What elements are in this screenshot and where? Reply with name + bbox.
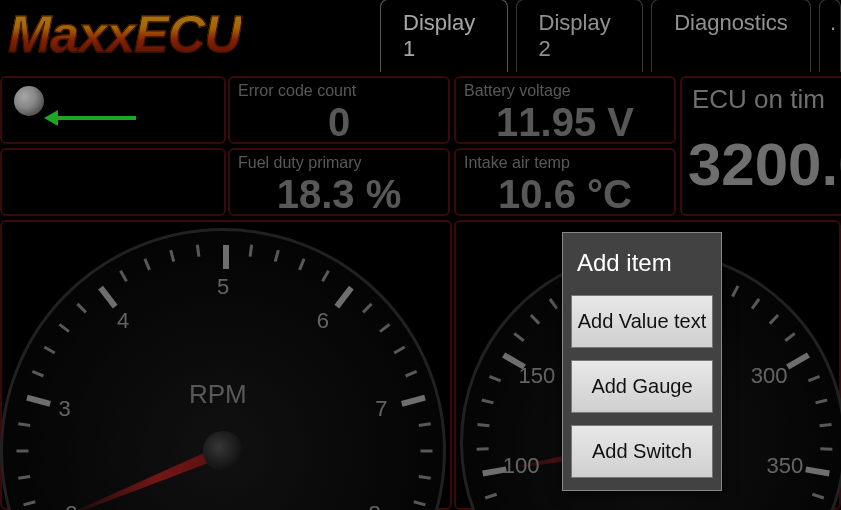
- cell-value: 0: [230, 100, 448, 145]
- cell-error-count[interactable]: Error code count 0: [228, 76, 450, 144]
- button-label: Add Value text: [578, 310, 707, 332]
- gauge-tick-minor: [274, 250, 280, 262]
- gauge-tick-minor: [819, 423, 831, 427]
- gauge-tick-minor: [298, 258, 305, 270]
- cell-label: ECU on tim: [692, 84, 825, 115]
- hint-arrow-icon: [58, 116, 136, 120]
- tab-label: Diagnostics: [674, 10, 788, 35]
- gauge-tick-minor: [413, 500, 425, 506]
- gauge-tick-minor: [477, 423, 489, 427]
- cell-ecu-on-time[interactable]: ECU on tim 3200.0: [680, 76, 841, 216]
- cell-label: Error code count: [238, 82, 356, 100]
- gauge-tick-minor: [32, 370, 44, 377]
- gauge-tick-minor: [76, 303, 87, 314]
- gauge-tick: [401, 395, 426, 407]
- gauge-hub-icon: [203, 431, 243, 471]
- gauge-label: RPM: [189, 379, 247, 410]
- switch-indicator-icon[interactable]: [14, 86, 44, 116]
- gauge-tick-minor: [530, 314, 540, 325]
- gauge-tick-minor: [44, 346, 56, 355]
- gauge-tick-minor: [59, 323, 70, 333]
- gauge-tick-minor: [17, 450, 29, 453]
- tab-label: Display 2: [539, 10, 611, 61]
- cell-value: 18.3 %: [230, 172, 448, 217]
- gauge-tick-minor: [815, 398, 827, 404]
- tab-diagnostics[interactable]: Diagnostics: [651, 0, 811, 72]
- tab-label: Display 1: [403, 10, 475, 61]
- gauge-tick: [26, 395, 51, 407]
- gauge-tick: [786, 352, 810, 369]
- button-label: Add Switch: [592, 440, 692, 462]
- cell-intake-temp[interactable]: Intake air temp 10.6 °C: [454, 148, 676, 216]
- grid-cell[interactable]: [0, 148, 226, 216]
- add-gauge-button[interactable]: Add Gauge: [571, 360, 713, 413]
- tab-display-1[interactable]: Display 1: [380, 0, 508, 72]
- gauge-tick-minor: [769, 314, 779, 325]
- gauge-number: 5: [217, 274, 229, 300]
- gauge-number: 3: [58, 396, 70, 422]
- gauge-tick-minor: [23, 500, 35, 506]
- gauge-tick-minor: [784, 332, 795, 342]
- gauge-tick-minor: [119, 270, 128, 282]
- gauge-tick-minor: [362, 303, 373, 314]
- gauge-tick: [334, 286, 353, 309]
- gauge-tick-minor: [808, 375, 820, 382]
- gauge-tick-minor: [196, 245, 201, 257]
- cell-value: 11.95 V: [456, 100, 674, 145]
- gauge-number: 300: [751, 363, 788, 389]
- gauge-number: 2: [65, 501, 77, 510]
- gauge-tick-minor: [489, 375, 501, 382]
- tab-more-icon: .: [830, 10, 836, 35]
- gauge-tick-minor: [249, 245, 254, 257]
- gauge-tick-minor: [812, 493, 824, 500]
- gauge-tick-minor: [419, 422, 431, 427]
- gauge-tick-minor: [18, 475, 30, 480]
- gauge-tick-minor: [405, 370, 417, 377]
- logo: MaxxECU: [8, 4, 241, 64]
- gauge-tick-minor: [144, 258, 151, 270]
- cell-value: 3200.0: [688, 130, 841, 199]
- gauge-tick-minor: [18, 422, 30, 427]
- gauge-tick-minor: [751, 298, 760, 309]
- gauge-number: 8: [368, 501, 380, 510]
- button-label: Add Gauge: [591, 375, 692, 397]
- cell-label: Fuel duty primary: [238, 154, 362, 172]
- gauge-number: 350: [767, 453, 804, 479]
- gauge-tick: [223, 245, 229, 269]
- gauge-tick-minor: [820, 447, 832, 450]
- add-switch-button[interactable]: Add Switch: [571, 425, 713, 478]
- gauge-tick-minor: [481, 398, 493, 404]
- gauge-tick-minor: [477, 447, 489, 450]
- gauge-tick: [805, 466, 830, 476]
- tab-bar: Display 1 Display 2 Diagnostics .: [380, 0, 841, 72]
- gauge-tick-minor: [485, 493, 497, 500]
- gauge-tick-minor: [421, 450, 433, 453]
- header: MaxxECU Display 1 Display 2 Diagnostics …: [0, 0, 841, 72]
- add-item-dialog: Add item Add Value text Add Gauge Add Sw…: [562, 232, 722, 491]
- cell-battery-voltage[interactable]: Battery voltage 11.95 V: [454, 76, 676, 144]
- gauge-tick-minor: [549, 298, 558, 309]
- cell-value: 10.6 °C: [456, 172, 674, 217]
- gauge-number: 4: [117, 308, 129, 334]
- dialog-title: Add item: [563, 233, 721, 295]
- tab-overflow[interactable]: .: [819, 0, 841, 72]
- gauge-tick-minor: [379, 323, 390, 333]
- cell-label: Battery voltage: [464, 82, 571, 100]
- cell-label: Intake air temp: [464, 154, 570, 172]
- gauge-number: 150: [519, 363, 556, 389]
- cell-fuel-duty[interactable]: Fuel duty primary 18.3 %: [228, 148, 450, 216]
- gauge-number: 100: [503, 453, 540, 479]
- gauge-number: 7: [375, 396, 387, 422]
- gauge-tick-minor: [321, 270, 330, 282]
- gauge-number: 6: [317, 308, 329, 334]
- gauge-tick-minor: [169, 250, 175, 262]
- gauge-tick-minor: [731, 285, 739, 297]
- tab-display-2[interactable]: Display 2: [516, 0, 644, 72]
- add-value-text-button[interactable]: Add Value text: [571, 295, 713, 348]
- gauge-tick-minor: [393, 346, 405, 355]
- gauge-tick: [98, 286, 117, 309]
- gauge-tick-minor: [513, 332, 524, 342]
- gauge-tick-minor: [419, 475, 431, 480]
